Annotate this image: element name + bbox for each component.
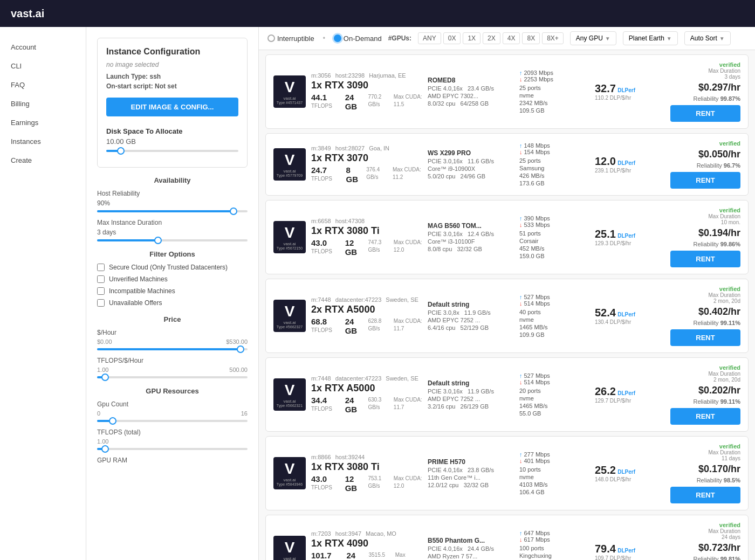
tflops-value: 24.7: [311, 165, 327, 175]
edit-config-button[interactable]: EDIT IMAGE & CONFIG...: [106, 98, 238, 116]
secure-cloud-label: Secure Cloud (Only Trusted Datacenters): [109, 264, 228, 271]
vram-block: 24 GB: [346, 551, 362, 560]
max-duration-slider[interactable]: [97, 239, 248, 241]
config-subtitle: no image selected: [106, 61, 238, 68]
gpu-8x-btn[interactable]: 8X: [522, 32, 540, 44]
tflops-slider[interactable]: [97, 376, 248, 378]
interruptible-option[interactable]: Interruptible: [267, 34, 314, 43]
gpu-4x-btn[interactable]: 4X: [503, 32, 520, 44]
gpu-card: V vast.ai Type #5843946 m:8866 host:3924…: [265, 436, 749, 510]
rent-button[interactable]: RENT: [670, 172, 740, 189]
rent-button[interactable]: RENT: [670, 408, 740, 425]
motherboard: MAG B560 TOM...: [428, 222, 514, 230]
disk-slider-thumb[interactable]: [117, 147, 125, 155]
net-up-row: ↑ 277 Mbps: [519, 451, 589, 458]
gpu-header-row: m:3849 host:28027 Goa, IN: [311, 145, 422, 151]
gpu-logo: V vast.ai Type #5779709: [273, 148, 306, 181]
upload-arrow-icon: ↑: [519, 372, 523, 379]
tflops-total-slider[interactable]: [97, 448, 248, 450]
bandwidth-block: 376.4 GB/s: [366, 165, 386, 184]
sort-dropdown[interactable]: Auto Sort ▼: [684, 31, 731, 45]
sidebar-item-cli[interactable]: CLI: [0, 57, 86, 75]
storage-size: 159.0 GB: [519, 253, 589, 259]
gpu-header-row: m:7448 datacenter:47223 Sweden, SE: [311, 375, 422, 382]
tflops-total-thumb[interactable]: [101, 445, 109, 453]
sidebar-item-account[interactable]: Account: [0, 38, 86, 57]
disk-slider-track[interactable]: [106, 150, 238, 152]
gpu-logo-v-icon: V: [285, 224, 295, 241]
gpu-count-thumb[interactable]: [109, 417, 116, 425]
gpu-count-max: 16: [241, 410, 248, 417]
rent-button[interactable]: RENT: [670, 329, 740, 346]
host-reliability-label: Host Reliability: [97, 190, 248, 197]
gpu-any-btn[interactable]: ANY: [418, 32, 441, 44]
incompatible-checkbox[interactable]: [97, 287, 105, 295]
tflops-total-range: 1.00: [97, 438, 248, 445]
interruptible-radio[interactable]: [267, 34, 275, 42]
gpu-logo-v-icon: V: [285, 151, 295, 169]
sidebar-item-instances[interactable]: Instances: [0, 132, 86, 151]
sidebar-item-create[interactable]: Create: [0, 151, 86, 170]
gpu-network: ↑ 148 Mbps ↓ 154 Mbps 25 ports Samsung 4…: [519, 142, 589, 186]
rent-button[interactable]: RENT: [670, 105, 740, 122]
gpu-ram-label: GPU RAM: [97, 457, 248, 464]
filter-secure-cloud: Secure Cloud (Only Trusted Datacenters): [97, 264, 248, 271]
per-hour-slider[interactable]: [97, 348, 248, 350]
storage-size: 55.0 GB: [519, 410, 589, 417]
on-demand-radio[interactable]: [334, 34, 341, 42]
net-up-row: ↑ 527 Mbps: [519, 372, 589, 379]
launch-type-label: Launch Type:: [106, 73, 148, 80]
tflops-min: 1.00: [97, 367, 108, 373]
on-demand-option[interactable]: On-Demand: [334, 34, 382, 43]
max-duration-label: Max Duration10 mon.: [670, 213, 740, 225]
per-hour-label: $/Hour: [97, 329, 248, 336]
rent-button[interactable]: RENT: [670, 251, 740, 267]
disk-value: 10.00 GB: [106, 137, 238, 146]
config-title: Instance Configuration: [106, 47, 238, 57]
gpu-1x-btn[interactable]: 1X: [463, 32, 481, 44]
gpu-type-id: Type #5672150: [277, 246, 303, 250]
dl-perf-value: 52.4: [595, 307, 616, 319]
gpu-dl-perf: 52.4 DLPerf 130.4 DLP/$/hr: [595, 307, 665, 325]
sidebar-item-faq[interactable]: FAQ: [0, 75, 86, 94]
gpu-card: V vast.ai Type #5672150 m:6658 host:4730…: [265, 200, 749, 274]
host-reliability-slider[interactable]: [97, 210, 248, 212]
dl-perf-sub: 129.3 DLP/$/hr: [595, 240, 665, 246]
gpu-2x-btn[interactable]: 2X: [483, 32, 500, 44]
host-reliability-thumb[interactable]: [230, 208, 237, 215]
bandwidth-value: 770.2 GB/s: [368, 94, 381, 107]
location-dropdown[interactable]: Planet Earth ▼: [623, 31, 678, 45]
storage-type: nvme: [519, 474, 589, 480]
filter-unverified: Unverified Machines: [97, 275, 248, 283]
max-duration-thumb[interactable]: [154, 237, 162, 244]
upload-arrow-icon: ↑: [519, 215, 523, 222]
tflops-thumb[interactable]: [101, 374, 109, 381]
gpu-main-info: m:7448 datacenter:47223 Sweden, SE 2x RT…: [311, 296, 422, 335]
net-upload-speed: 2093 Mbps: [524, 70, 553, 76]
per-hour-thumb[interactable]: [237, 345, 244, 353]
gpu-8xplus-btn[interactable]: 8X+: [542, 32, 564, 44]
gpu-header-row: m:8866 host:39244: [311, 454, 422, 460]
dl-perf-sub: 109.7 DLP/$/hr: [595, 555, 665, 560]
unavailable-checkbox[interactable]: [97, 299, 105, 307]
sidebar-item-earnings[interactable]: Earnings: [0, 113, 86, 132]
ports-info: 40 ports: [519, 309, 589, 315]
net-up-row: ↑ 647 Mbps: [519, 530, 589, 536]
unverified-checkbox[interactable]: [97, 275, 105, 283]
any-gpu-dropdown[interactable]: Any GPU ▼: [570, 31, 616, 45]
vram-value: 24 GB: [345, 317, 358, 335]
secure-cloud-checkbox[interactable]: [97, 264, 105, 271]
gpu-brand-text: vast.ai: [283, 241, 296, 246]
sidebar-item-billing[interactable]: Billing: [0, 94, 86, 113]
gpu-0x-btn[interactable]: 0X: [443, 32, 461, 44]
verified-badge: verified: [670, 207, 740, 213]
rent-button[interactable]: RENT: [670, 487, 740, 503]
upload-arrow-icon: ↑: [519, 451, 523, 458]
gpu-brand-text: vast.ai: [283, 320, 296, 325]
ports-info: 20 ports: [519, 388, 589, 394]
gpu-card: V vast.ai Type #5861755 m:7203 host:3947…: [265, 515, 749, 560]
gpu-count-slider[interactable]: [97, 420, 248, 422]
gpu-specs: MAG B560 TOM... PCIE 3.0,16x 12.4 GB/s C…: [428, 222, 514, 252]
gpu-specs: B550 Phantom G... PCIE 4.0,16x 24.4 GB/s…: [428, 537, 514, 560]
download-arrow-icon: ↓: [519, 222, 523, 228]
